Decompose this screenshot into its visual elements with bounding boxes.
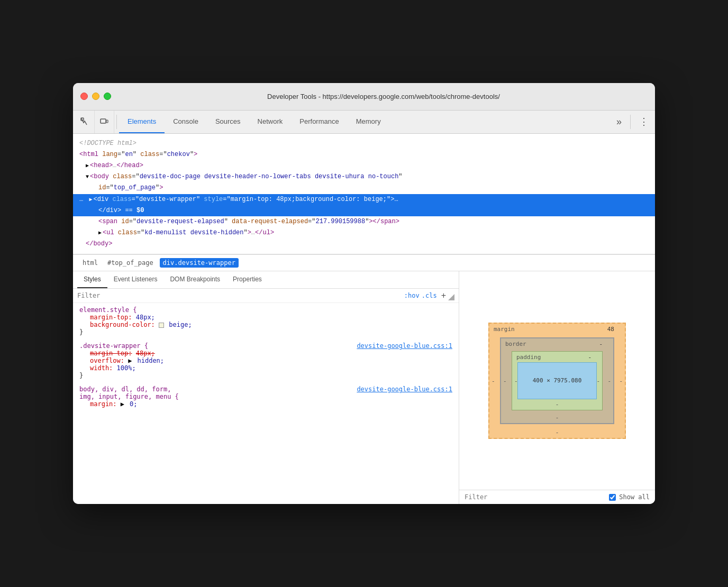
padding-box: padding - - - - 400 × 7975.080 xyxy=(512,351,603,410)
dom-line-body[interactable]: ▼<body class="devsite-doc-page devsite-h… xyxy=(73,171,655,182)
border-bottom-val: - xyxy=(556,414,559,421)
device-toolbar-icon[interactable] xyxy=(95,111,114,133)
css-prop-margin-top: margin-top: 48px; xyxy=(90,314,452,321)
dom-line-selected-close[interactable]: </div> == $0 xyxy=(73,205,655,216)
dom-line-span[interactable]: <span id="devsite-request-elapsed" data-… xyxy=(73,216,655,227)
margin-left-val: - xyxy=(492,377,495,384)
dom-line-ul[interactable]: ▶<ul class="kd-menulist devsite-hidden">… xyxy=(73,227,655,239)
tab-event-listeners[interactable]: Event Listeners xyxy=(107,271,164,288)
tab-styles[interactable]: Styles xyxy=(77,271,107,288)
styles-sub-tabs: Styles Event Listeners DOM Breakpoints P… xyxy=(73,271,459,289)
dom-tree-panel: <!DOCTYPE html> <html lang="en" class="c… xyxy=(73,134,655,255)
overflow-arrow[interactable]: ▶ xyxy=(128,357,133,362)
title-bar: Developer Tools - https://developers.goo… xyxy=(73,83,655,111)
filter-cls-hint[interactable]: .cls xyxy=(422,292,437,299)
tab-console[interactable]: Console xyxy=(165,111,207,133)
breadcrumb-top-of-page[interactable]: #top_of_page xyxy=(104,258,157,268)
box-model-panel: margin 48 - - - border - - - - xyxy=(459,271,655,504)
border-right-val: - xyxy=(607,377,611,384)
breadcrumb-html[interactable]: html xyxy=(79,258,101,268)
css-rule-element-style: element.style { margin-top: 48px; backgr… xyxy=(79,306,452,336)
styles-panel: Styles Event Listeners DOM Breakpoints P… xyxy=(73,271,459,504)
inspector-icon[interactable] xyxy=(75,111,95,133)
filter-corner-drag[interactable] xyxy=(448,294,454,300)
margin-label: margin xyxy=(494,326,515,333)
css-rule-devsite-wrapper: .devsite-wrapper { devsite-google-blue.c… xyxy=(79,342,452,379)
content-box: 400 × 7975.080 xyxy=(517,362,597,399)
svg-rect-2 xyxy=(106,120,108,123)
margin-value: 48 xyxy=(607,326,614,333)
computed-filter-input[interactable] xyxy=(465,493,609,501)
tab-properties[interactable]: Properties xyxy=(226,271,268,288)
margin-arrow[interactable]: ▶ xyxy=(121,400,126,406)
css-rule-selector: element.style { xyxy=(79,306,452,314)
border-label: border xyxy=(505,341,526,347)
computed-filter-bar: Show all xyxy=(459,490,655,504)
tab-dom-breakpoints[interactable]: DOM Breakpoints xyxy=(163,271,226,288)
border-value: - xyxy=(599,341,603,347)
tab-sources[interactable]: Sources xyxy=(207,111,249,133)
more-tabs-button[interactable]: » xyxy=(610,111,628,133)
css-prop-margin: margin: ▶ 0; xyxy=(90,400,452,408)
styles-content: element.style { margin-top: 48px; backgr… xyxy=(73,303,459,504)
devtools-tab-bar: Elements Console Sources Network Perform… xyxy=(73,111,655,134)
css-prop-margin-top-strikethrough: margin-top: 48px; xyxy=(90,350,452,357)
css-link-devsite-2[interactable]: devsite-google-blue.css:1 xyxy=(357,386,452,393)
margin-bottom-val: - xyxy=(556,429,559,436)
dom-line-selected[interactable]: … ▶<div class="devsite-wrapper" style="m… xyxy=(73,194,655,205)
css-rule-body-div: body, div, dl, dd, form, devsite-google-… xyxy=(79,386,452,408)
window-title: Developer Tools - https://developers.goo… xyxy=(120,93,648,100)
breadcrumb-bar: html #top_of_page div.devsite-wrapper xyxy=(73,254,655,271)
maximize-button[interactable] xyxy=(104,93,111,100)
dom-line-html[interactable]: <html lang="en" class="chekov"> xyxy=(73,149,655,160)
tab-elements[interactable]: Elements xyxy=(119,111,165,133)
margin-right-val: - xyxy=(619,377,623,384)
padding-bottom-val: - xyxy=(556,401,559,408)
css-prop-width: width: 100%; xyxy=(90,364,452,372)
box-model-diagram: margin 48 - - - border - - - - xyxy=(488,323,626,439)
tab-network[interactable]: Network xyxy=(249,111,292,133)
filter-hov-hint[interactable]: :hov xyxy=(404,292,420,299)
styles-filter-bar: :hov .cls + xyxy=(73,289,459,303)
styles-filter-input[interactable] xyxy=(77,292,404,299)
padding-value: - xyxy=(588,354,592,361)
box-model-area: margin 48 - - - border - - - - xyxy=(459,271,655,490)
css-prop-background-color: background-color: beige; xyxy=(90,321,452,328)
minimize-button[interactable] xyxy=(92,93,99,100)
dom-line-doctype[interactable]: <!DOCTYPE html> xyxy=(73,138,655,149)
bottom-area: Styles Event Listeners DOM Breakpoints P… xyxy=(73,271,655,504)
svg-rect-1 xyxy=(101,119,106,123)
traffic-lights xyxy=(80,93,111,100)
devtools-menu-button[interactable]: ⋮ xyxy=(633,111,655,133)
add-style-rule-button[interactable]: + xyxy=(439,291,448,300)
padding-label: padding xyxy=(516,354,541,361)
css-link-devsite-1[interactable]: devsite-google-blue.css:1 xyxy=(357,342,452,350)
close-button[interactable] xyxy=(80,93,88,100)
dom-line-body-close[interactable]: </body> xyxy=(73,239,655,250)
border-left-val: - xyxy=(503,377,507,384)
devtools-window: Developer Tools - https://developers.goo… xyxy=(73,83,655,505)
show-all-checkbox[interactable] xyxy=(609,494,616,501)
breadcrumb-devsite-wrapper[interactable]: div.devsite-wrapper xyxy=(160,258,239,268)
dom-line-body-id[interactable]: id="top_of_page"> xyxy=(73,182,655,194)
color-swatch-beige[interactable] xyxy=(159,323,164,328)
main-tabs: Elements Console Sources Network Perform… xyxy=(119,111,610,133)
css-prop-overflow: overflow: ▶ hidden; xyxy=(90,357,452,364)
content-size: 400 × 7975.080 xyxy=(533,377,582,384)
padding-right-val: - xyxy=(596,377,600,384)
tab-memory[interactable]: Memory xyxy=(348,111,389,133)
dom-line-head[interactable]: ▶<head>…</head> xyxy=(73,160,655,171)
show-all-label: Show all xyxy=(619,493,650,501)
tab-performance[interactable]: Performance xyxy=(291,111,347,133)
